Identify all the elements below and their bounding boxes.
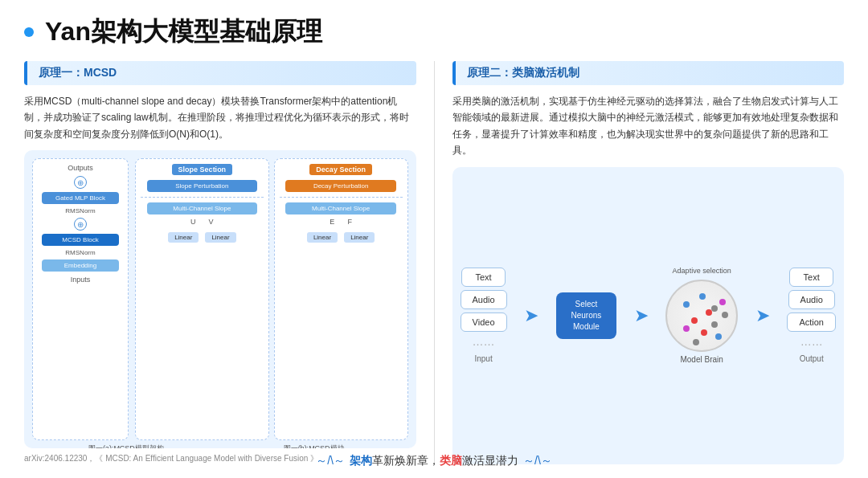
slope-badge: Slope Section xyxy=(172,164,233,175)
page: Yan架构大模型基础原理 原理一：MCSD 采用MCSD（multi-chann… xyxy=(0,0,868,478)
neuron-dot-10 xyxy=(719,299,726,305)
section1-header: 原理一：MCSD xyxy=(24,61,416,85)
output-dots: …… xyxy=(800,335,823,348)
footer-word-1: 架构 xyxy=(350,454,372,467)
caption-a: 图一(a):MCSD模型架构 xyxy=(32,443,220,448)
footer-word-2: 革新 xyxy=(372,454,395,467)
rmsnorm-label-2: RMSNorm xyxy=(65,249,95,256)
inputs-label: Inputs xyxy=(71,276,91,284)
ef-labels: E F xyxy=(330,218,352,226)
content-columns: 原理一：MCSD 采用MCSD（multi-channel slope and … xyxy=(24,61,844,464)
f-label: F xyxy=(347,218,352,226)
col-mcsd: 原理一：MCSD 采用MCSD（multi-channel slope and … xyxy=(24,61,416,464)
arrow-3: ➤ xyxy=(755,305,770,326)
decay-section: Decay Section Decay Perturbation Multi-C… xyxy=(274,158,408,440)
caption-b: 图一(b):MCSD模块 xyxy=(220,443,408,448)
input-section: Text Audio Video …… Input xyxy=(461,268,507,363)
section2-desc: 采用类脑的激活机制，实现基于仿生神经元驱动的选择算法，融合了生物启发式计算与人工… xyxy=(452,93,845,159)
col-brain: 原理二：类脑激活机制 采用类脑的激活机制，实现基于仿生神经元驱动的选择算法，融合… xyxy=(452,61,845,464)
footer-word-4: 激活 xyxy=(462,454,485,467)
circle-op-2: ⊕ xyxy=(74,218,87,231)
output-audio-box: Audio xyxy=(788,290,835,309)
gated-mlp-block: Gated MLP Block xyxy=(42,192,118,204)
main-title-area: Yan架构大模型基础原理 xyxy=(24,14,844,50)
footer: ～/\～ 架构革新焕新章，类脑激活显潜力 ～/\～ xyxy=(0,454,868,468)
brain-diagram-box: Text Audio Video …… Input ➤ Select Neuro… xyxy=(452,167,845,464)
diagram-captions: 图一(a):MCSD模型架构 图一(b):MCSD模块 xyxy=(32,443,408,448)
linear-box-2: Linear xyxy=(205,232,235,243)
neuron-dot-12 xyxy=(706,309,712,316)
neuron-dot-6 xyxy=(701,329,707,336)
wave-left: ～/\～ xyxy=(316,454,345,468)
title-dot xyxy=(24,27,34,37)
neuron-dot-2 xyxy=(699,293,706,300)
output-action-box: Action xyxy=(787,313,836,332)
neuron-dot-3 xyxy=(711,305,718,312)
uv-labels: U V xyxy=(190,218,214,226)
neuron-dot-1 xyxy=(683,301,690,308)
e-label: E xyxy=(330,218,334,226)
neuron-dot-11 xyxy=(693,339,699,345)
multi-channel-slope-1: Multi-Channel Slope xyxy=(147,202,257,214)
slope-section: Slope Section Slope Perturbation Multi-C… xyxy=(135,158,269,440)
linear-row-1: Linear Linear xyxy=(166,231,238,244)
decay-badge: Decay Section xyxy=(309,164,372,175)
neuron-dot-8 xyxy=(715,333,722,340)
neuron-dot-5 xyxy=(711,321,718,328)
neuron-dot-9 xyxy=(722,312,728,318)
linear-box-4: Linear xyxy=(344,232,375,243)
linear-box-1: Linear xyxy=(168,232,199,243)
mcsd-block: MCSD Block xyxy=(42,234,118,246)
arrow-1: ➤ xyxy=(524,305,538,326)
embedding-block: Embedding xyxy=(42,259,118,272)
mcsd-diagram-box: Outputs ⊕ Gated MLP Block RMSNorm ⊕ MCSD… xyxy=(24,150,416,448)
mcsd-diagram: Outputs ⊕ Gated MLP Block RMSNorm ⊕ MCSD… xyxy=(32,158,408,440)
wave-right: ～/\～ xyxy=(523,454,552,468)
output-label: Output xyxy=(800,354,824,363)
input-dots: …… xyxy=(473,335,495,348)
input-label: Input xyxy=(474,354,492,363)
brain-diagram: Text Audio Video …… Input ➤ Select Neuro… xyxy=(461,175,837,456)
main-title-text: Yan架构大模型基础原理 xyxy=(45,14,322,50)
slope-perturbation: Slope Perturbation xyxy=(147,180,257,192)
select-neurons-module: Select Neurons Module xyxy=(556,292,616,339)
input-video-box: Video xyxy=(461,313,507,332)
arrow-2: ➤ xyxy=(634,305,649,326)
output-text-box: Text xyxy=(789,268,833,287)
section2-header: 原理二：类脑激活机制 xyxy=(452,61,845,85)
v-label: V xyxy=(209,218,214,226)
brain-circle xyxy=(665,280,738,352)
neuron-dot-7 xyxy=(683,325,690,332)
column-divider xyxy=(434,61,435,464)
u-label: U xyxy=(190,218,196,226)
input-audio-box: Audio xyxy=(461,290,507,309)
footer-text: 架构革新焕新章，类脑激活显潜力 xyxy=(350,454,518,468)
brain-container: Adaptive selection xyxy=(665,267,738,364)
adaptive-label: Adaptive selection xyxy=(673,267,731,276)
footer-word-3: 类脑 xyxy=(440,454,462,467)
outputs-label: Outputs xyxy=(68,164,93,172)
rmsnorm-label-1: RMSNorm xyxy=(65,207,95,214)
input-text-box: Text xyxy=(461,268,506,287)
brain-label: Model Brain xyxy=(680,355,723,364)
linear-box-3: Linear xyxy=(307,232,338,243)
mcsd-right-sections: Slope Section Slope Perturbation Multi-C… xyxy=(135,158,408,440)
output-section: Text Audio Action …… Output xyxy=(787,268,836,363)
mcsd-architecture: Outputs ⊕ Gated MLP Block RMSNorm ⊕ MCSD… xyxy=(32,158,129,440)
multi-channel-slope-2: Multi-Channel Slope xyxy=(285,202,395,214)
neuron-dot-4 xyxy=(691,317,698,324)
circle-op-1: ⊕ xyxy=(74,176,87,189)
section1-desc: 采用MCSD（multi-channel slope and decay）模块替… xyxy=(24,93,416,142)
decay-perturbation: Decay Perturbation xyxy=(285,180,395,192)
linear-row-2: Linear Linear xyxy=(305,231,377,244)
